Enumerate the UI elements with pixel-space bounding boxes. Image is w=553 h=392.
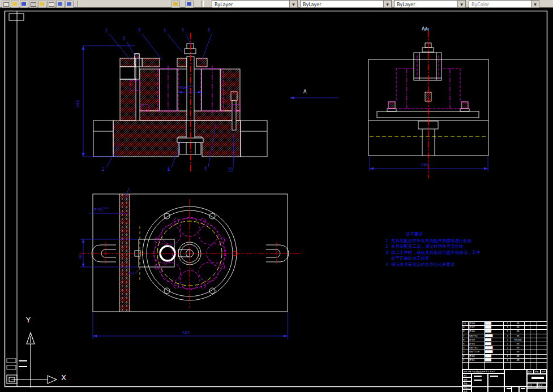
bom-table: 10 JT-08 ████ 1 45 9 JT-07 ████ 1 45 8 J… — [462, 321, 547, 362]
sign-label: 工艺 — [462, 385, 471, 389]
note-item: 2夹具装配完工后，保证转动件灵活运转 — [385, 244, 493, 250]
balloon-2: 2 — [123, 36, 125, 40]
dim-slot-60: 60 — [79, 255, 82, 259]
cad-application-window: ByLayer ▼ ByLayer ▼ ByLayer ▼ ByColor ▼ — [0, 0, 553, 392]
bom-header-cell — [537, 362, 547, 369]
bom-row: 9 JT-07 ████ 1 45 — [462, 325, 547, 329]
org-cell — [527, 388, 547, 392]
bom-row: 7 GB/T41-2000 █████ 1 45 — [462, 334, 547, 338]
notes-list: 1夹具装配前对所有夹具配件按图纸进行检验 2夹具装配完工后，保证转动件灵活运转 … — [385, 238, 493, 268]
sign-label: 审核 — [462, 381, 471, 385]
technical-notes: 技术要求 1夹具装配前对所有夹具配件按图纸进行检验 2夹具装配完工后，保证转动件… — [385, 231, 493, 268]
bom-row: 10 JT-08 ████ 1 45 — [462, 321, 547, 325]
notes-title: 技术要求 — [406, 231, 493, 238]
mass-label: 质量 — [534, 369, 541, 374]
sheet-total-cell: 共 张 — [527, 383, 537, 388]
sheet-number-cell: 第 张 — [537, 383, 547, 388]
bom-row: 2 JT-02 ████ 1 45 — [462, 354, 547, 358]
ucs-icon — [7, 333, 57, 387]
note-item: 1夹具装配前对所有夹具配件按图纸进行检验 — [385, 238, 493, 244]
ucs-y-label: Y — [26, 316, 31, 324]
dim-height-242: 242 — [76, 100, 80, 107]
bom-row: 3 GB/T119-2000 █████ 1 45 — [462, 350, 547, 354]
bom-row: 5 JT-04 ████ 1 45 — [462, 342, 547, 346]
balloon-5: 5 — [182, 28, 184, 32]
section-cut-label: A — [303, 89, 306, 94]
bom-header-cell — [530, 362, 537, 369]
revision-header-cell: 标记 处数 分区 更改文件号 签名 年月日 — [462, 369, 504, 373]
title-block-grid: 标记 处数 分区 更改文件号 签名 年月日 设计 校核 审核 工艺 批准 阶段标… — [462, 369, 547, 392]
sign-label: 设计 — [462, 373, 471, 377]
drawing-title-cell — [504, 369, 527, 386]
dim-bore-dia: Φ50+0.030 — [179, 85, 195, 90]
bom-header-cell — [511, 362, 525, 369]
bom-header-cell — [469, 362, 485, 369]
balloon-6: 6 — [208, 28, 210, 32]
side-view-title: A向 — [422, 26, 429, 32]
bom-header-cell — [485, 362, 504, 369]
bom-header-cell — [504, 362, 511, 369]
section-view — [82, 33, 339, 173]
title-block: 10 JT-08 ████ 1 45 9 JT-07 ████ 1 45 8 J… — [462, 321, 547, 387]
ucs-x-label: X — [61, 373, 66, 382]
plan-hole-label: Φ50+0.030 — [94, 207, 109, 212]
bom-row: 8 JT-06 ████ 1 45 — [462, 329, 547, 333]
stage-label: 阶段标记 — [527, 369, 534, 374]
note-item: 3加工零件时，保证夹具安装牢固不得移动，零件 处于正确的加工位置 — [385, 250, 493, 262]
balloon-1: 1 — [105, 28, 108, 32]
side-view — [368, 31, 488, 178]
plan-view — [79, 188, 300, 339]
balloon-3: 3 — [138, 28, 140, 32]
bom-header-row — [462, 362, 547, 369]
bom-header-cell — [525, 362, 530, 369]
scale-label: 比例 — [541, 369, 547, 374]
plan-small-label: Φ12 — [128, 272, 134, 274]
balloon-7: 7 — [102, 166, 104, 171]
sign-label: 批准 — [462, 389, 471, 392]
balloon-4: 4 — [164, 28, 166, 32]
note-item: 4保证夹具安装后的各形位公差要求 — [385, 262, 493, 268]
bom-row: 1 JT-01 ████ 1 45 — [462, 358, 547, 362]
dim-width-424: 424 — [182, 330, 190, 335]
balloon-9: 9 — [204, 166, 207, 170]
balloon-10: 10 — [228, 167, 233, 171]
bom-row: 4 GB/T41-2000 █████ 1 45 — [462, 346, 547, 350]
dim-width-260: 260 — [421, 163, 428, 167]
balloon-8: 8 — [168, 166, 170, 171]
sign-label: 校核 — [462, 377, 471, 381]
bom-header-cell — [462, 362, 469, 369]
bom-row: 6 JT-05 ████ 1 HT200 — [462, 338, 547, 342]
